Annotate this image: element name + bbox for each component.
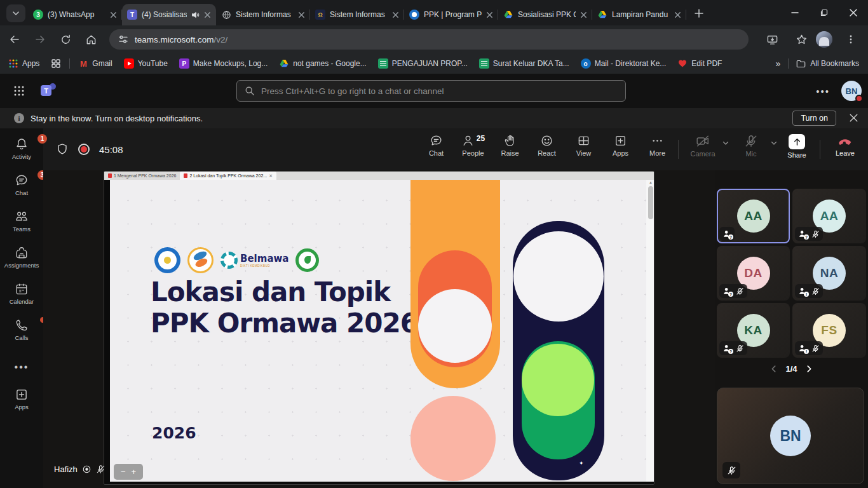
participant-tile-aa1[interactable]: AA ? (717, 189, 790, 243)
belmawa-tagline: DIKTI KEMDIKBUD (240, 264, 288, 268)
tab-lampiran-drive[interactable]: Lampiran Pandu (592, 4, 686, 25)
tab-ppk-program[interactable]: PPK | Program P (404, 4, 498, 25)
zoom-in-button[interactable]: + (132, 467, 137, 477)
bookmark-edit-pdf[interactable]: Edit PDF (672, 56, 728, 71)
view-button[interactable]: View (569, 134, 599, 157)
sidebar-item-chat[interactable]: 3 Chat (0, 173, 43, 210)
pdf-zoom-control[interactable]: − + (114, 464, 143, 480)
close-icon[interactable] (392, 11, 399, 18)
install-app-button[interactable] (761, 29, 783, 50)
more-button[interactable]: More (642, 134, 672, 157)
tab-sistem-informasi-2[interactable]: Ω Sistem Informas (310, 4, 404, 25)
tab-sistem-informasi-1[interactable]: Sistem Informas (216, 4, 310, 25)
bookmark-surat-keluar[interactable]: Surat Keluar DKA Ta... (473, 56, 575, 71)
people-button[interactable]: 25 People (458, 134, 488, 157)
waffle-menu-button[interactable] (13, 85, 25, 97)
mic-button[interactable]: Mic (735, 134, 768, 158)
tab-search-button[interactable] (6, 4, 25, 22)
mic-off-icon (96, 464, 105, 474)
address-bar[interactable]: teams.microsoft.com/v2/ (109, 29, 749, 50)
belmawa-logo: BelmawaDIKTI KEMDIKBUD (220, 252, 288, 269)
site-settings-icon[interactable] (118, 34, 128, 44)
close-icon[interactable] (204, 11, 211, 18)
sidebar-item-apps[interactable]: Apps (0, 388, 43, 424)
banner-close-icon[interactable] (848, 112, 859, 123)
header-more-button[interactable]: ••• (816, 86, 830, 97)
close-window-button[interactable] (839, 0, 868, 25)
minimize-button[interactable] (780, 0, 810, 25)
turn-on-button[interactable]: Turn on (792, 111, 836, 126)
zoom-out-button[interactable]: − (121, 467, 126, 477)
bookmark-apps[interactable]: Apps (3, 56, 45, 71)
close-icon (850, 9, 857, 17)
bookmark-gmail[interactable]: M Gmail (72, 56, 118, 71)
teams-search-bar[interactable]: Press Ctrl+Alt+G to go right to a chat o… (236, 80, 626, 102)
presenter-name: Hafizh (54, 464, 78, 474)
bookmark-squares[interactable] (45, 56, 67, 71)
tab-sosialisasi-meeting[interactable]: T (4) Sosialisas (122, 4, 216, 25)
bookmark-pengajuan[interactable]: PENGAJUAN PROP... (372, 56, 473, 71)
back-button[interactable] (4, 29, 25, 50)
teams-logo: T (41, 83, 56, 98)
bookmark-page-button[interactable] (790, 29, 812, 50)
maximize-button[interactable] (810, 0, 839, 25)
participant-tile-na[interactable]: NA ! (792, 246, 866, 301)
sidebar-item-calls[interactable]: Calls (0, 318, 43, 355)
tab-audio-icon[interactable] (191, 11, 200, 19)
tab-label: Sistem Informas (330, 10, 388, 19)
pager-next-icon[interactable] (805, 365, 813, 373)
home-button[interactable] (80, 29, 102, 50)
doc-tab-1[interactable]: 1 Mengenal PPK Ormawa 2026 (104, 172, 180, 180)
participant-tile-ka[interactable]: KA ? (717, 303, 790, 358)
camera-button[interactable]: Camera (686, 134, 719, 158)
bookmark-not-games[interactable]: not games - Google... (273, 56, 372, 71)
leave-button[interactable]: Leave (829, 134, 862, 157)
user-avatar[interactable]: BN (841, 81, 862, 101)
sidebar-item-teams[interactable]: Teams (0, 210, 43, 246)
camera-group: Camera (686, 134, 729, 158)
bookmark-youtube[interactable]: YouTube (118, 56, 173, 71)
pager-prev-icon[interactable] (770, 365, 778, 373)
forward-button[interactable] (29, 29, 51, 50)
tab-whatsapp[interactable]: 3 (3) WhatsApp (28, 4, 122, 25)
new-tab-button[interactable] (690, 4, 708, 22)
participant-tile-da[interactable]: DA ? (717, 246, 790, 301)
close-icon[interactable] (674, 11, 681, 18)
browser-menu-button[interactable] (840, 29, 862, 50)
reload-button[interactable] (55, 29, 76, 50)
camera-options-chevron-icon[interactable] (722, 139, 729, 147)
participant-tile-aa2[interactable]: AA ? (792, 189, 866, 243)
close-icon[interactable] (486, 11, 493, 18)
close-icon[interactable] (110, 11, 117, 18)
tab-sosialisasi-drive[interactable]: Sosialisasi PPK O (498, 4, 592, 25)
sidebar-item-assignments[interactable]: Assignments (0, 246, 43, 282)
sidebar-item-calendar[interactable]: Calendar (0, 282, 43, 318)
doc-tab-title: 2 Lokasi dan Topik PPK Ormawa 202... (189, 173, 267, 178)
sidebar-item-activity[interactable]: 1 Activity (0, 137, 43, 173)
close-icon[interactable] (580, 11, 587, 18)
close-icon[interactable] (298, 11, 305, 18)
react-button[interactable]: React (532, 134, 562, 157)
sheets-icon (378, 58, 388, 69)
apps-button[interactable]: Apps (606, 134, 635, 157)
shield-icon[interactable] (56, 143, 69, 156)
bookmark-make-mockups[interactable]: P Make Mockups, Log... (173, 56, 273, 71)
bookmark-mail-direktorat[interactable]: o Mail - Direktorat Ke... (575, 56, 672, 71)
mic-options-chevron-icon[interactable] (770, 139, 778, 147)
folder-icon (796, 59, 806, 69)
mic-off-icon (744, 134, 758, 148)
scroll-up-icon[interactable]: ▲ (646, 180, 654, 184)
share-button[interactable]: Share (780, 134, 813, 159)
chat-button[interactable]: Chat (421, 134, 451, 157)
doc-tab-2[interactable]: 2 Lokasi dan Topik PPK Ormawa 202...✕ (180, 172, 276, 180)
self-video-tile[interactable]: BN (717, 388, 864, 484)
sidebar-more-button[interactable]: ••• (0, 355, 43, 380)
doc-tab-close-icon[interactable]: ✕ (269, 173, 273, 179)
pdf-scrollbar[interactable]: ▲ (646, 180, 654, 482)
raise-hand-button[interactable]: Raise (495, 134, 525, 157)
browser-profile-avatar[interactable] (816, 31, 832, 48)
all-bookmarks-button[interactable]: All Bookmarks (791, 56, 868, 71)
bookmarks-overflow-button[interactable]: » (771, 58, 786, 69)
participant-tile-fs[interactable]: FS ! (792, 303, 866, 358)
scrollbar-thumb[interactable] (648, 186, 653, 219)
